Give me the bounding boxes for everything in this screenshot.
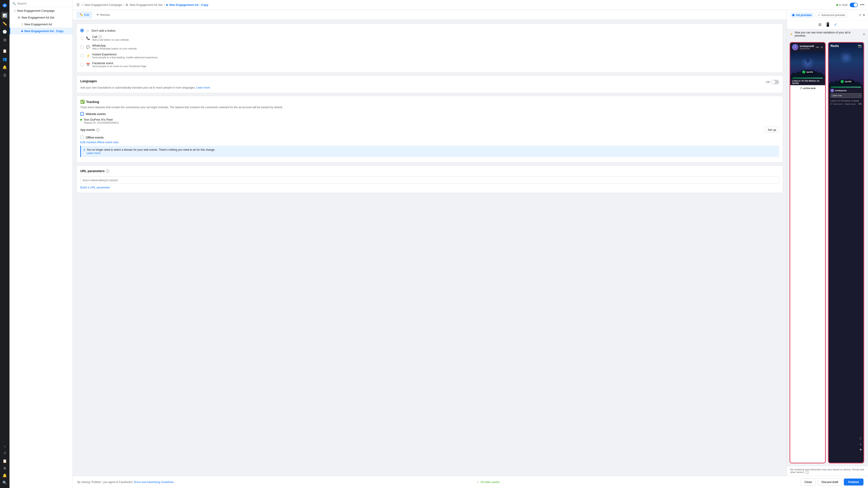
nav-icon-analytics[interactable]: 📊 (1, 12, 8, 19)
app-events-info-icon[interactable]: i (96, 128, 99, 131)
option-fb-event[interactable]: 📅 Facebook event Send people to an event… (80, 60, 779, 69)
topbar-more-button[interactable]: ••• (860, 2, 864, 7)
nav-icon-menu[interactable]: ☰ (1, 72, 8, 79)
banner-chevron-icon[interactable]: ▾ (863, 33, 865, 36)
url-params-card: URL parameters i Build a URL parameter (76, 165, 783, 193)
radio-fb-event[interactable] (80, 63, 84, 66)
url-params-input[interactable] (80, 176, 779, 184)
nav-icon-help[interactable]: ? (1, 450, 8, 457)
sidebar-toggle[interactable]: ☰ (76, 3, 80, 7)
ad-caption: Listen to 'To The Wolves' on Spotify (790, 79, 825, 85)
tab-edit[interactable]: ✏️ Edit (76, 11, 92, 18)
reels-listen-button[interactable]: Listen now › (831, 93, 862, 98)
radio-no-button[interactable] (80, 29, 84, 32)
sidebar-item-ad[interactable]: □ New Engagement Ad ••• (9, 21, 72, 28)
breadcrumb-ad-copy[interactable]: New Engagement Ad - Copy (169, 3, 209, 6)
discard-draft-button[interactable]: Discard draft (817, 478, 842, 486)
spotify-branding: ♪ Spotify (800, 70, 815, 74)
website-events-checkbox[interactable]: ✓ (80, 112, 84, 116)
pixel-name: Tom DuPree III's Pixel (84, 118, 119, 121)
sidebar: 🔍 □ New Engagement Campaign ••• ⊞ New En… (9, 0, 73, 488)
radio-instant[interactable] (80, 54, 84, 58)
call-sub: Add a call button on your website. (92, 38, 129, 41)
option-call[interactable]: 📞 Call i Add a call button on your websi… (80, 34, 779, 42)
reels-header: Reels 📷 (829, 43, 864, 49)
nav-icon-settings[interactable]: ⚙ (1, 464, 8, 472)
radio-selected-dot (81, 30, 83, 31)
option-instant-exp[interactable]: ⚡ Instant Experience Send people to a fa… (80, 51, 779, 60)
nav-icon-circle[interactable]: ○ (1, 443, 8, 450)
publish-button[interactable]: Publish (844, 479, 864, 486)
preview-content: T tomdupreeilll Sponsored ••• ✕ (787, 39, 868, 466)
preview-footer-info-icon[interactable]: i (806, 471, 809, 474)
chevron-down-icon[interactable]: ▾ (863, 13, 865, 17)
nav-icon-search[interactable]: 🔍 (1, 479, 8, 486)
spotify-s: ♪ (803, 71, 804, 73)
reels-spotify-circle: ♪ (841, 80, 844, 83)
ad-preview-toggle[interactable]: Ad preview (790, 12, 814, 18)
whatsapp-sub: Add a WhatsApp button on your website. (92, 47, 137, 50)
languages-toggle[interactable] (771, 80, 779, 84)
svg-text:M: M (4, 4, 6, 7)
option-whatsapp[interactable]: 💬 WhatsApp Add a WhatsApp button on your… (80, 42, 779, 51)
reels-content: ♪ Spotify Reels 📷 ♡ (829, 43, 864, 463)
nav-icon-docs[interactable]: 📋 (1, 457, 8, 464)
whatsapp-label: WhatsApp (92, 44, 137, 47)
bird-silhouette (801, 53, 814, 69)
build-url-link[interactable]: Build a URL parameter (80, 186, 110, 189)
preview-toggle-dot (792, 14, 795, 16)
info-box-inner: ℹ You no longer need to select a domain … (84, 148, 776, 155)
option-no-button[interactable]: — Don't add a button. (80, 27, 779, 34)
form-panel: ✏️ Edit 👁 Review — Don't add a bu (73, 10, 786, 476)
reels-original-audio: Original audio (844, 103, 856, 105)
reels-share-icon[interactable]: ✈ (859, 448, 862, 451)
campaign-toggle[interactable] (850, 3, 858, 7)
breadcrumb-campaign[interactable]: New Engagement Campaign (85, 3, 122, 6)
nav-icon-alerts[interactable]: 🔔 (1, 64, 8, 71)
domain-info-box: ℹ You no longer need to select a domain … (80, 146, 779, 157)
share-icon[interactable]: ↗ (858, 13, 861, 17)
reels-more-icon[interactable]: ••• (858, 102, 862, 106)
mobile-icon[interactable]: 📱 (825, 22, 830, 27)
radio-whatsapp[interactable] (80, 45, 84, 49)
reels-camera-icon[interactable]: 📷 (858, 44, 862, 48)
terms-link[interactable]: Terms and Advertising Guidelines (133, 481, 174, 484)
desktop-icon[interactable]: 🖥 (817, 22, 822, 27)
url-params-info-icon[interactable]: i (106, 169, 109, 173)
radio-call[interactable] (80, 36, 84, 40)
close-button[interactable]: Close (801, 478, 816, 486)
edit-tracked-link[interactable]: Edit tracked offline event sets (80, 140, 119, 144)
search-input[interactable] (17, 2, 70, 5)
setup-button[interactable]: Set up (765, 127, 779, 133)
breadcrumb-icon-ad: ■ (166, 3, 168, 6)
advanced-preview-button[interactable]: ⤢ Advanced preview (815, 12, 847, 18)
reels-bottom: T tomdupreee Listen now › Listen to 'To … (829, 88, 864, 107)
breadcrumb-adset[interactable]: New Engagement Ad Set (129, 3, 162, 6)
reels-comment-icon[interactable]: ○ (859, 442, 862, 446)
nav-separator (2, 45, 7, 45)
call-info-icon[interactable]: i (98, 35, 102, 38)
nav-icon-audiences[interactable]: 👥 (1, 55, 8, 63)
bottom-bar: By clicking "Publish," you agree to Face… (73, 476, 868, 488)
website-events-label: Website events (86, 112, 106, 116)
nav-icon-history[interactable]: 🕒 (1, 28, 8, 35)
nav-icon-edit[interactable]: ✏️ (1, 20, 8, 27)
sidebar-item-campaign[interactable]: □ New Engagement Campaign ••• (9, 7, 72, 14)
sidebar-item-ad-copy[interactable]: ■ New Engagement Ad - Copy ••• (9, 28, 72, 34)
nav-icon-grid[interactable]: ⊞ (1, 36, 8, 43)
fb-event-sub: Send people to an event on your Facebook… (92, 65, 147, 68)
tab-review[interactable]: 👁 Review (93, 11, 113, 18)
post-close-icon[interactable]: ✕ (820, 45, 823, 49)
reels-sponsored-label: Sponsored (833, 103, 842, 105)
languages-learn-more[interactable]: Learn more (196, 86, 210, 89)
reels-heart-icon[interactable]: ♡ (859, 437, 862, 441)
nav-icon-notifications[interactable]: 🔔 (1, 472, 8, 479)
info-learn-more[interactable]: Learn more (87, 152, 100, 155)
nav-icon-reports[interactable]: 📋 (1, 47, 8, 55)
post-more-icon[interactable]: ••• (816, 45, 819, 49)
website-events-row: ✓ Website events (80, 111, 779, 117)
offline-events-checkbox[interactable] (80, 135, 84, 139)
preview-icons: ↗ ▾ (858, 13, 865, 17)
sidebar-item-adset[interactable]: ⊞ New Engagement Ad Set ••• (9, 14, 72, 21)
listen-now-button[interactable]: 🎵 LISTEN NOW (792, 86, 823, 91)
